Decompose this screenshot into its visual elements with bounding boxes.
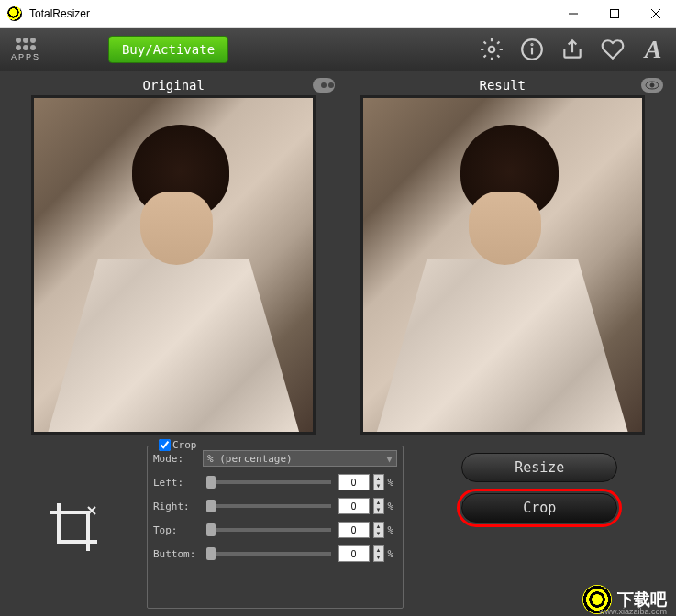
original-toggle-icon[interactable] <box>313 78 335 93</box>
watermark-url: www.xiazaiba.com <box>599 607 667 616</box>
original-header: Original <box>9 75 338 95</box>
watermark: 下载吧 www.xiazaiba.com <box>582 585 667 614</box>
svg-rect-1 <box>610 9 618 17</box>
top-spinner[interactable]: ▲▼ <box>373 522 384 538</box>
original-image-frame[interactable] <box>31 95 316 434</box>
left-spinner[interactable]: ▲▼ <box>373 474 384 490</box>
left-value[interactable]: 0 <box>338 474 370 490</box>
original-image <box>34 98 313 432</box>
mode-label: Mode: <box>153 453 199 465</box>
bottom-controls: Crop Mode: % (percentage) Left: 0 ▲▼ % R… <box>0 438 676 616</box>
resize-button[interactable]: Resize <box>461 453 617 482</box>
left-unit: % <box>388 477 397 489</box>
apps-grid-icon <box>16 38 36 50</box>
app-icon <box>7 6 22 21</box>
bottom-unit: % <box>388 548 397 560</box>
bottom-value[interactable]: 0 <box>338 545 370 562</box>
right-slider[interactable] <box>206 504 331 508</box>
top-slider[interactable] <box>206 528 331 532</box>
right-label: Right: <box>153 500 199 512</box>
close-button[interactable] <box>635 0 676 28</box>
svg-point-7 <box>531 44 532 45</box>
result-panel: Result <box>338 75 668 434</box>
bottom-label: Buttom: <box>153 548 199 560</box>
bottom-spinner[interactable]: ▲▼ <box>373 545 384 562</box>
right-value[interactable]: 0 <box>338 498 370 514</box>
crop-button[interactable]: Crop <box>461 493 617 522</box>
crop-settings-panel: Crop Mode: % (percentage) Left: 0 ▲▼ % R… <box>147 446 404 609</box>
left-label: Left: <box>153 477 199 489</box>
share-icon[interactable] <box>560 38 584 61</box>
left-slider[interactable] <box>206 480 331 484</box>
crop-tool-icon <box>46 500 101 555</box>
top-value[interactable]: 0 <box>338 522 370 538</box>
svg-point-9 <box>650 83 654 87</box>
result-image <box>363 98 642 432</box>
window-controls <box>552 0 676 28</box>
bottom-slider[interactable] <box>206 552 331 556</box>
crop-left-row: Left: 0 ▲▼ % <box>148 470 403 494</box>
action-buttons-area: Resize Crop 下载吧 www.xiazaiba.com <box>413 446 668 609</box>
settings-icon[interactable] <box>480 38 504 61</box>
right-unit: % <box>388 500 397 512</box>
crop-top-row: Top: 0 ▲▼ % <box>148 518 403 542</box>
left-slider-thumb[interactable] <box>206 476 216 489</box>
apps-label: APPS <box>11 52 40 61</box>
mode-dropdown[interactable]: % (percentage) <box>203 450 397 467</box>
titlebar: TotalResizer <box>0 0 676 28</box>
crop-enable-checkbox[interactable] <box>159 439 171 451</box>
buy-activate-button[interactable]: Buy/Activate <box>108 36 228 63</box>
top-label: Top: <box>153 524 199 536</box>
maximize-button[interactable] <box>593 0 635 28</box>
apps-button[interactable]: APPS <box>11 38 40 61</box>
result-label: Result <box>479 78 526 93</box>
original-panel: Original <box>9 75 338 434</box>
right-spinner[interactable]: ▲▼ <box>373 498 384 514</box>
original-label: Original <box>143 78 205 93</box>
crop-legend: Crop <box>155 439 201 451</box>
heart-icon[interactable] <box>601 38 625 61</box>
toolbar: APPS Buy/Activate A <box>0 28 676 72</box>
crop-legend-label: Crop <box>172 439 197 451</box>
bottom-slider-thumb[interactable] <box>206 547 216 560</box>
crop-tool-icon-area <box>9 446 138 609</box>
image-panels: Original Result <box>0 72 676 438</box>
window-title: TotalResizer <box>29 7 90 20</box>
svg-point-4 <box>489 46 495 52</box>
font-icon[interactable]: A <box>641 38 665 61</box>
result-image-frame[interactable] <box>360 95 645 434</box>
minimize-button[interactable] <box>552 0 593 28</box>
crop-bottom-row: Buttom: 0 ▲▼ % <box>148 542 403 566</box>
crop-right-row: Right: 0 ▲▼ % <box>148 494 403 518</box>
result-eye-icon[interactable] <box>641 78 663 93</box>
toolbar-icons: A <box>480 38 665 61</box>
app-body: APPS Buy/Activate A Original Result <box>0 28 676 616</box>
result-header: Result <box>338 75 668 95</box>
top-slider-thumb[interactable] <box>206 523 216 536</box>
right-slider-thumb[interactable] <box>206 500 216 512</box>
info-icon[interactable] <box>520 38 544 61</box>
top-unit: % <box>388 524 397 536</box>
